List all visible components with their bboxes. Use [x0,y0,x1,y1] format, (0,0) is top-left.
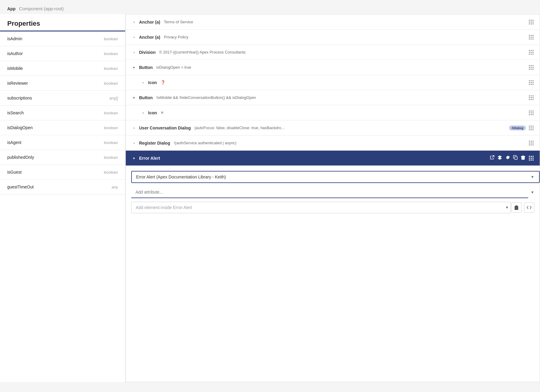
chevron-collapsed [131,34,137,40]
bottom-panel: Error Alert (Apex Documentation Library … [126,166,540,218]
item-desc: !isMobile && !hideConversationButton() &… [156,95,526,100]
properties-title: Properties [0,14,125,31]
property-name: subscriptions [7,96,32,100]
item-label: User Conversation Dialog [139,126,191,130]
item-desc: © 2017-{{currentYear}} Apex Process Cons… [159,50,526,54]
property-type: boolean [104,81,118,86]
dots-menu-icon[interactable] [528,19,534,25]
add-attribute-row: ▼ [131,187,534,198]
app-title: App Component (app-root) [7,6,64,11]
item-desc: {autoFocus: false, disableClose: true, h… [194,126,507,130]
item-desc: Terms of Service [164,20,526,24]
item-desc: Privacy Policy [164,35,526,39]
property-type: boolean [104,170,118,175]
chevron-down [131,95,137,100]
right-panel: Anchor (a) Terms of Service Anchor (a) P… [125,14,540,382]
item-label: Button [139,95,153,100]
dots-menu-icon[interactable] [528,34,534,40]
error-alert-label: Error Alert [139,156,160,161]
tree-item-button1[interactable]: Button isDialogOpen = true [126,60,540,75]
dots-menu-icon[interactable] [528,140,534,146]
item-label: Register Dialog [139,141,170,145]
main-layout: Properties isAdmin boolean isAuthor bool… [0,14,540,382]
item-label: Anchor (a) [139,35,160,40]
property-type: boolean [104,111,118,115]
code-button[interactable] [524,202,534,213]
property-row-issearch: isSearch boolean [0,106,125,120]
component-select[interactable]: Error Alert (Apex Documentation Library … [131,171,540,183]
property-row-subscriptions: subscriptions any[] [0,91,125,106]
property-row-ismobile: isMobile boolean [0,61,125,76]
property-type: boolean [104,66,118,71]
tree-item-userConvDialog[interactable]: User Conversation Dialog {autoFocus: fal… [126,120,540,136]
chevron-collapsed [131,19,137,25]
add-attribute-input[interactable] [131,187,528,198]
tree-item-error-alert[interactable]: Error Alert [126,151,540,166]
tree-item-registerDialog[interactable]: Register Dialog !(authService.authentica… [126,136,540,151]
add-element-select[interactable]: Add element inside Error Alert [131,202,511,213]
property-name: isMobile [7,66,23,71]
property-row-guesttimeout: guestTimeOut any [0,180,125,194]
clipboard-button[interactable] [511,202,522,213]
svg-rect-1 [515,157,517,159]
property-name: isAdmin [7,36,22,41]
item-desc: !(authService.authenticated | async) [174,141,526,145]
tree-item-button2[interactable]: Button !isMobile && !hideConversationBut… [126,90,540,105]
app-header: App Component (app-root) [0,0,540,14]
dots-menu-icon[interactable] [528,125,534,131]
add-attribute-arrow-icon: ▼ [531,190,534,194]
property-name: isAuthor [7,51,23,56]
component-dropdown-row: Error Alert (Apex Documentation Library … [131,171,534,183]
property-type: any[] [109,96,118,100]
chevron-collapsed [131,50,137,55]
item-desc: ❓ [161,80,526,85]
item-label: Button [139,65,153,70]
delete-icon[interactable] [521,155,525,161]
property-name: guestTimeOut [7,185,34,189]
item-label: Icon [148,80,157,85]
layers-icon[interactable] [497,155,502,161]
item-label: Division [139,50,155,55]
chevron-collapsed [140,80,146,85]
tree-item-anchor1[interactable]: Anchor (a) Terms of Service [126,15,540,30]
item-label: Icon [148,110,157,115]
tree-item-anchor2[interactable]: Anchor (a) Privacy Policy [126,30,540,45]
item-desc: isDialogOpen = true [156,65,526,70]
chevron-down [131,65,137,70]
property-row-isadmin: isAdmin boolean [0,31,125,46]
property-name: publishedOnly [7,155,34,160]
chevron-down-icon [131,155,137,161]
property-type: boolean [104,37,118,41]
chevron-collapsed [131,125,137,131]
item-label: Anchor (a) [139,20,160,24]
property-row-isagent: isAgent boolean [0,135,125,150]
dots-menu-icon[interactable] [528,49,534,55]
dots-menu-icon[interactable] [528,64,534,70]
property-type: any [112,185,118,189]
dots-menu-icon[interactable] [528,95,534,101]
copy-icon[interactable] [513,155,518,161]
property-type: boolean [104,155,118,160]
property-row-isauthor: isAuthor boolean [0,46,125,61]
properties-panel: Properties isAdmin boolean isAuthor bool… [0,14,125,382]
property-row-isguest: isGuest boolean [0,165,125,180]
open-external-icon[interactable] [490,155,494,161]
tree-item-icon2[interactable]: Icon ✕ [126,105,540,120]
property-type: boolean [104,51,118,56]
add-element-row: Add element inside Error Alert ▼ [131,202,534,213]
dots-menu-icon[interactable] [528,110,534,116]
property-name: isReviewer [7,81,28,86]
property-name: isAgent [7,140,21,145]
tree-item-icon1[interactable]: Icon ❓ [126,75,540,90]
property-row-publishedonly: publishedOnly boolean [0,150,125,165]
property-name: isDialogOpen [7,125,33,130]
tag-badge: #dialog [509,126,526,130]
toolbar-icons [490,155,534,161]
property-row-isreviewer: isReviewer boolean [0,76,125,91]
dots-menu-icon[interactable] [528,155,534,161]
settings-icon[interactable] [505,155,510,161]
tree-item-division1[interactable]: Division © 2017-{{currentYear}} Apex Pro… [126,45,540,60]
chevron-collapsed [140,110,146,116]
dots-menu-icon[interactable] [528,80,534,86]
property-type: boolean [104,140,118,145]
